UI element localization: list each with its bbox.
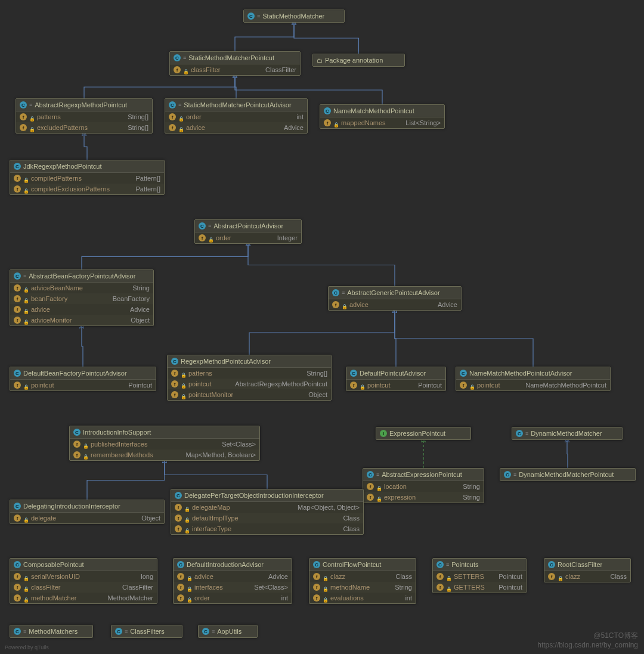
class-node-smm[interactable]: C≡StaticMethodMatcher [243,10,345,23]
field-row: fmethodMatcherMethodMatcher [10,593,157,603]
field-type: ClassFilter [122,584,153,591]
class-node-pcs[interactable]: C≡PointcutsfSETTERSPointcutfGETTERSPoint… [432,558,527,593]
abstract-icon: ≡ [178,102,181,108]
field-row: fcompiledExclusionPatternsPattern[] [10,184,164,194]
class-node-aexp[interactable]: C≡AbstractExpressionPointcutflocationStr… [363,468,484,503]
field-name: order [186,113,202,120]
class-node-nmmp[interactable]: CNameMatchMethodPointcutfmappedNamesList… [320,104,445,129]
class-icon: C [14,561,21,568]
class-name-label: ExpressionPointcut [389,430,445,437]
field-type: Integer [277,234,298,241]
lock-icon [23,187,29,192]
class-node-dmm[interactable]: C≡DynamicMethodMatcher [512,427,623,440]
field-type: Object [141,514,160,522]
field-type: Class [343,525,360,532]
class-name-label: DynamicMethodMatcher [531,430,602,437]
field-icon: f [313,584,320,591]
class-node-cf[interactable]: C≡ClassFilters [111,625,182,638]
field-row: fpublishedInterfacesSet<Class> [70,439,259,450]
field-name: rememberedMethods [91,451,153,458]
class-node-rmpa[interactable]: CRegexpMethodPointcutAdvisorfpatternsStr… [167,355,332,401]
class-node-mm[interactable]: C≡MethodMatchers [10,625,93,638]
field-name: compiledPatterns [31,175,82,182]
class-node-pkg[interactable]: 🗀Package annotation [312,54,405,67]
field-name: methodMatcher [31,594,76,602]
class-name-label: AbstractExpressionPointcut [382,471,462,478]
field-type: String [132,284,150,292]
field-name: order [216,234,231,241]
field-row: fexpressionString [363,492,484,503]
lock-icon [23,176,29,181]
class-node-iis[interactable]: CIntroductionInfoSupportfpublishedInterf… [69,426,260,461]
field-name: pointcut [367,382,391,389]
field-icon: f [14,306,21,313]
class-node-dmmp[interactable]: C≡DynamicMethodMatcherPointcut [500,468,636,481]
class-name-label: AopUtils [217,628,242,635]
class-node-dii[interactable]: CDelegatingIntroductionInterceptorfdeleg… [10,500,165,524]
field-name: advice [194,573,213,580]
field-row: fpatternsString[] [16,111,152,122]
field-name: expression [384,494,416,501]
lock-icon [23,318,29,323]
class-node-cp[interactable]: CComposablePointcutfserialVersionUIDlong… [10,558,157,604]
field-name: patterns [188,370,212,377]
lock-icon [23,296,29,302]
class-node-ep[interactable]: IExpressionPointcut [376,427,471,440]
class-title: CNameMatchMethodPointcut [320,105,444,117]
field-icon: f [20,113,27,120]
field-icon: f [436,573,444,580]
field-name: evaluations [330,594,364,602]
class-name-label: StaticMethodMatcher [262,13,324,20]
class-node-dpa[interactable]: CDefaultPointcutAdvisorfpointcutPointcut [346,367,446,391]
class-node-rcf[interactable]: CRootClassFilterfclazzClass [544,558,631,582]
class-node-jrmp[interactable]: CJdkRegexpMethodPointcutfcompiledPattern… [10,160,165,195]
field-icon: f [548,573,555,580]
class-name-label: DelegatingIntroductionInterceptor [23,503,120,510]
field-name: beanFactory [31,295,67,302]
class-node-abfpa[interactable]: C≡AbstractBeanFactoryPointcutAdvisorfadv… [10,269,154,326]
lock-icon [29,125,35,131]
class-name-label: AbstractRegexpMethodPointcut [35,101,127,109]
class-node-agpa[interactable]: C≡AbstractGenericPointcutAdvisorfadviceA… [328,286,462,311]
class-icon: C [171,358,178,365]
field-row: fdelegateObject [10,513,164,523]
class-name-label: MethodMatchers [29,628,78,635]
class-node-smmp[interactable]: C≡StaticMethodMatcherPointcutfclassFilte… [169,51,301,76]
field-type: String[] [128,124,148,131]
lock-icon [83,442,88,447]
class-node-dpoii[interactable]: CDelegatePerTargetObjectIntroductionInte… [171,489,364,535]
lock-icon [187,596,192,601]
lock-icon [376,484,382,489]
class-node-armp[interactable]: C≡AbstractRegexpMethodPointcutfpatternsS… [16,98,153,134]
connector-line [249,311,395,355]
class-node-smmpa[interactable]: C≡StaticMethodMatcherPointcutAdvisorford… [165,98,308,134]
connector-line [235,23,294,51]
abstract-icon: ≡ [208,223,211,229]
class-node-cfp[interactable]: CControlFlowPointcutfclazzClassfmethodNa… [309,558,416,604]
class-title: CDefaultPointcutAdvisor [346,367,445,380]
abstract-icon: ≡ [342,290,345,296]
class-node-au[interactable]: C≡AopUtils [198,625,258,638]
field-row: fpatternsString[] [168,368,331,379]
class-title: C≡AbstractGenericPointcutAdvisor [329,287,461,299]
class-title: C≡AbstractBeanFactoryPointcutAdvisor [10,270,153,283]
class-icon: C [115,628,122,635]
connector-line [294,23,359,54]
class-node-nmmpa[interactable]: CNameMatchMethodPointcutAdvisorfpointcut… [456,367,611,391]
class-name-label: NameMatchMethodPointcutAdvisor [469,370,572,377]
field-row: flocationString [363,481,484,492]
field-row: fmethodNameString [309,582,416,593]
field-type: Class [395,573,412,580]
field-icon: f [14,573,21,580]
class-title: CIntroductionInfoSupport [70,426,259,439]
class-icon: C [177,561,184,568]
field-icon: f [20,124,27,131]
field-row: fbeanFactoryBeanFactory [10,293,153,304]
class-node-dbfpa[interactable]: CDefaultBeanFactoryPointcutAdvisorfpoint… [10,367,156,391]
class-title: CNameMatchMethodPointcutAdvisor [456,367,610,380]
field-icon: f [171,370,178,377]
class-node-apa[interactable]: C≡AbstractPointcutAdvisorforderInteger [194,219,302,244]
field-row: fdefaultImplTypeClass [171,513,363,523]
field-type: String[] [128,113,148,120]
class-node-dia[interactable]: CDefaultIntroductionAdvisorfadviceAdvice… [173,558,292,604]
